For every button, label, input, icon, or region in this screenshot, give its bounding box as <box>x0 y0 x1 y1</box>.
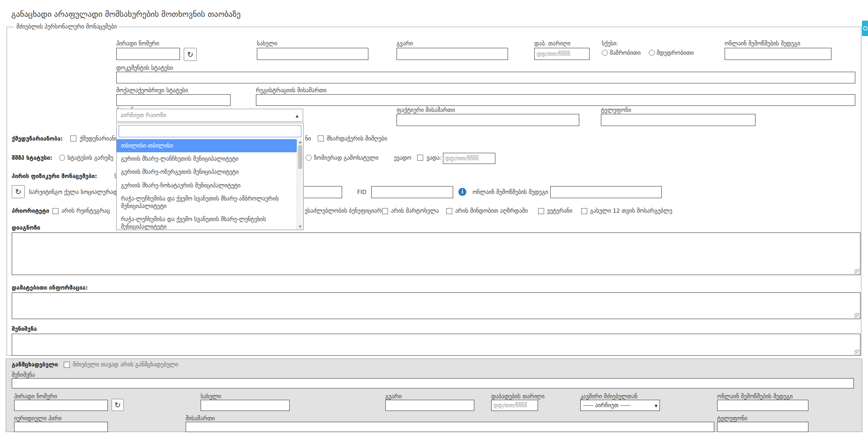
past12-checkbox[interactable] <box>581 208 587 214</box>
fid-input[interactable] <box>371 186 453 198</box>
applicant-first-name-input[interactable] <box>201 400 290 411</box>
district-option[interactable]: გურიის მხარე-ოზურგეთის მუნიციპალიტეტი <box>117 165 303 179</box>
applicant-online-check-input[interactable] <box>717 400 808 411</box>
applicant-last-name-input[interactable] <box>385 400 474 411</box>
district-option[interactable]: რაჭა-ლეჩხუმისა და ქვემო სვანეთის მხარე-ლ… <box>117 213 303 230</box>
refresh-rating-icon[interactable]: ↻ <box>12 185 25 198</box>
rating-online-check-label: ონლაინ შემოწმების შედეგი <box>472 189 548 195</box>
district-option[interactable]: გურიის მხარე-ლანჩხუთის მუნიციპალიტეტი <box>117 152 303 165</box>
applicant-relation-select[interactable]: ----- აირჩიეთ ----- ▼ <box>580 400 660 411</box>
diagnosis-label: დიაგნოზი <box>12 224 40 231</box>
note-label: შენიშვნა <box>12 326 37 332</box>
without-status-radio[interactable] <box>59 155 65 161</box>
first-name-label: სახელი <box>257 40 277 47</box>
indefinite-label: უვადო <box>394 155 412 161</box>
additional-info-textarea[interactable] <box>12 292 861 319</box>
rating-online-check-input[interactable] <box>550 186 662 198</box>
corner-search-button[interactable]: O <box>862 21 868 36</box>
applicant-self-checkbox[interactable] <box>64 362 70 368</box>
applicant-address-label: მისამართი <box>186 415 215 422</box>
note-textarea[interactable] <box>12 334 861 356</box>
single-parent-checkbox[interactable] <box>382 208 388 214</box>
capacity-label: ქმედუნარიანობა: <box>12 135 63 142</box>
online-check-input[interactable] <box>725 48 831 60</box>
capacity-label-fragment: ნი <box>305 135 311 142</box>
refresh-icon[interactable]: ↻ <box>184 48 197 61</box>
applicant-relation-value: ----- აირჩიეთ ----- <box>583 402 630 409</box>
term-date-input[interactable] <box>443 153 495 164</box>
personal-number-input[interactable] <box>116 48 180 60</box>
applicant-birth-date-input[interactable] <box>491 400 538 411</box>
scroll-up-icon[interactable]: ▲ <box>297 140 303 144</box>
sex-male-radio[interactable] <box>602 50 608 56</box>
document-status-input[interactable] <box>116 72 855 83</box>
sex-male-label: მამრობითი <box>610 50 641 56</box>
foster-care-checkbox[interactable] <box>446 208 452 214</box>
applicant-refresh-icon[interactable]: ↻ <box>112 399 124 411</box>
registration-address-input[interactable] <box>256 94 855 106</box>
applicant-self-label: მძიებელი თავად არის განმცხადებელი <box>73 361 179 368</box>
applicant-first-name-label: სახელი <box>201 393 221 400</box>
legal-person-input[interactable] <box>14 422 108 432</box>
past12-label: გასული 12 თვის მოსარგებლე <box>590 208 672 214</box>
support-recipient-checkbox[interactable] <box>318 135 324 142</box>
application-form-page: განაცხადი არაფულადი მომსახურების მოთხოვნ… <box>0 0 868 433</box>
veteran-checkbox[interactable] <box>538 208 544 214</box>
citizenship-status-label: მოქალაქეობრივი სტატუსი <box>116 87 188 94</box>
district-option[interactable]: რაჭა-ლეჩხუმისა და ქვემო სვანეთის მხარე-ა… <box>117 192 303 213</box>
priority-label: პრიორიტეტი <box>12 208 49 214</box>
chevron-up-icon: ▲ <box>296 114 299 118</box>
last-name-input[interactable] <box>397 48 508 60</box>
applicant-birth-date-label: დაბადების თარიღი <box>491 393 545 400</box>
legal-person-label: იურიდიული პირი <box>14 415 61 422</box>
chevron-down-icon: ▼ <box>655 404 658 408</box>
term-label: ვადა: <box>427 155 441 161</box>
district-options-list: თბილისი-თბილისი გურიის მხარე-ლანჩხუთის მ… <box>117 139 303 230</box>
capable-checkbox[interactable] <box>70 135 76 142</box>
resize-handle-icon[interactable] <box>854 350 860 355</box>
applicant-address-input[interactable] <box>186 422 714 432</box>
applicant-personal-number-label: პირადი ნომერი <box>14 393 57 400</box>
term-checkbox[interactable] <box>417 155 423 161</box>
info-icon[interactable]: i <box>458 188 466 196</box>
fid-label: FID <box>357 189 367 195</box>
document-status-label: დოკუმენტის სტატუსი <box>116 65 173 71</box>
actual-address-input[interactable] <box>397 114 579 126</box>
sex-female-radio[interactable] <box>649 50 655 56</box>
single-parent-label: არის მარტოხელა <box>391 208 439 214</box>
sex-female-label: მდედრობითი <box>657 50 694 56</box>
district-option[interactable]: გურიის მხარე-ჩოხატაურის მუნიციპალიტეტი <box>117 179 303 192</box>
first-name-input[interactable] <box>257 48 368 60</box>
resize-handle-icon[interactable] <box>854 269 860 274</box>
applicant-phone-input[interactable] <box>717 422 808 432</box>
district-dropdown-panel: თბილისი-თბილისი გურიის მხარე-ლანჩხუთის მ… <box>116 123 304 230</box>
last-name-label: გვარი <box>397 40 413 47</box>
applicant-note-label: შენიშვნა <box>12 372 35 378</box>
scroll-down-icon[interactable]: ▼ <box>297 225 303 229</box>
birth-date-input[interactable] <box>534 48 590 60</box>
applicant-legend: განმცხადებელი <box>12 361 58 368</box>
phone-input[interactable] <box>601 114 756 126</box>
reintegration-label: არის რეინტეგრაც <box>61 208 110 214</box>
applicant-phone-label: ტელეფონი <box>717 415 748 422</box>
phone-label: ტელეფონი <box>601 107 631 113</box>
applicant-personal-number-input[interactable] <box>14 400 108 411</box>
resize-handle-icon[interactable] <box>854 313 860 318</box>
diagnosis-textarea[interactable] <box>12 232 861 275</box>
district-option[interactable]: თბილისი-თბილისი <box>117 139 303 152</box>
district-search-input[interactable] <box>119 125 301 137</box>
disability-status-label: შშმპ სტატუსი: <box>12 155 52 161</box>
scrollbar-thumb[interactable] <box>298 145 302 169</box>
applicant-note-input[interactable] <box>12 378 854 388</box>
citizenship-status-input[interactable] <box>116 94 231 106</box>
applicant-online-check-label: ონლაინ შემოწმების შედეგი <box>717 393 793 400</box>
additional-info-label: დამატებითი ინფორმაცია: <box>12 284 88 291</box>
applicant-last-name-label: გვარი <box>385 393 402 400</box>
moderate-status-radio[interactable] <box>306 155 312 161</box>
rating-score-label: სარეიტინგო ქულა სოციალურად <box>29 189 118 195</box>
dropdown-scrollbar[interactable]: ▲ ▼ <box>297 139 303 230</box>
foster-care-label: არის მინდობით აღზრდაში <box>455 208 528 214</box>
physical-data-label: პირის ფიზიკური მონაცემები: <box>12 173 97 179</box>
reintegration-checkbox[interactable] <box>52 208 59 214</box>
district-select[interactable]: აირჩიეთ რაიონი ▲ <box>116 109 303 122</box>
